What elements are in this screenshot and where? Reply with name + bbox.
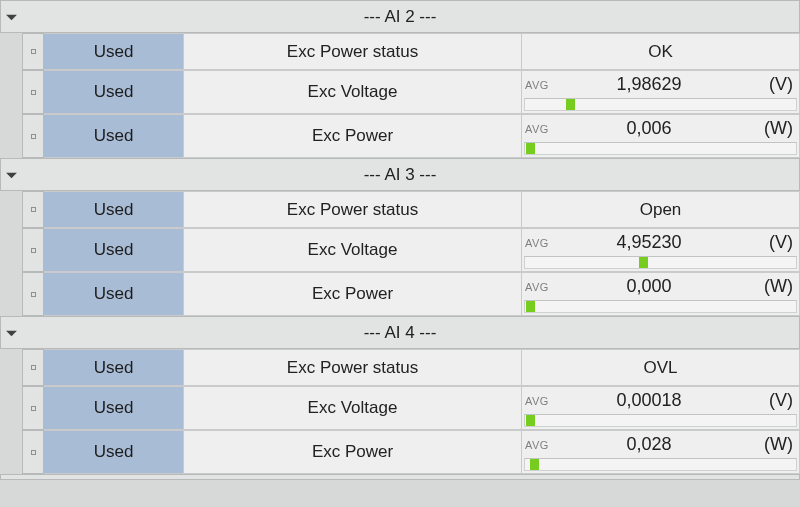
group-title: --- AI 2 --- xyxy=(1,7,799,27)
table-row: UsedExc Power statusOK xyxy=(22,33,800,70)
avg-badge: AVG xyxy=(525,237,549,249)
param-name: Exc Voltage xyxy=(308,82,398,102)
used-label: Used xyxy=(94,200,134,220)
param-name: Exc Power status xyxy=(287,358,418,378)
measure-value: 0,028 xyxy=(549,434,755,455)
value-cell: AVG1,98629(V) xyxy=(522,70,800,114)
param-name: Exc Power xyxy=(312,442,393,462)
table-row: UsedExc Power statusOVL xyxy=(22,349,800,386)
avg-badge: AVG xyxy=(525,123,549,135)
row-handle[interactable] xyxy=(22,33,44,70)
collapse-icon[interactable] xyxy=(5,168,18,181)
table-row: UsedExc PowerAVG0,028(W) xyxy=(22,430,800,474)
avg-badge: AVG xyxy=(525,79,549,91)
used-label: Used xyxy=(94,240,134,260)
group-header-partial xyxy=(0,474,800,480)
value-cell: AVG0,028(W) xyxy=(522,430,800,474)
value-top: AVG0,000(W) xyxy=(522,273,799,299)
row-handle[interactable] xyxy=(22,386,44,430)
param-name-cell: Exc Power status xyxy=(184,191,522,228)
square-icon xyxy=(31,248,36,253)
table-row: UsedExc PowerAVG0,000(W) xyxy=(22,272,800,316)
value-cell: AVG0,00018(V) xyxy=(522,386,800,430)
level-bar xyxy=(524,414,797,427)
param-name-cell: Exc Voltage xyxy=(184,228,522,272)
row-handle[interactable] xyxy=(22,272,44,316)
square-icon xyxy=(31,292,36,297)
row-handle[interactable] xyxy=(22,70,44,114)
value-cell: AVG4,95230(V) xyxy=(522,228,800,272)
param-name: Exc Voltage xyxy=(308,398,398,418)
level-bar xyxy=(524,98,797,111)
used-label: Used xyxy=(94,398,134,418)
value-top: AVG1,98629(V) xyxy=(522,71,799,97)
used-cell[interactable]: Used xyxy=(44,386,184,430)
param-name: Exc Power status xyxy=(287,200,418,220)
used-cell[interactable]: Used xyxy=(44,349,184,386)
measure-unit: (W) xyxy=(755,276,799,297)
table-row: UsedExc VoltageAVG0,00018(V) xyxy=(22,386,800,430)
used-cell[interactable]: Used xyxy=(44,191,184,228)
used-label: Used xyxy=(94,126,134,146)
used-cell[interactable]: Used xyxy=(44,33,184,70)
level-bar-fill xyxy=(526,415,535,426)
group-header[interactable]: --- AI 3 --- xyxy=(0,158,800,191)
row-handle[interactable] xyxy=(22,114,44,158)
avg-badge: AVG xyxy=(525,439,549,451)
measure-unit: (V) xyxy=(755,74,799,95)
square-icon xyxy=(31,134,36,139)
avg-badge: AVG xyxy=(525,395,549,407)
value-cell: Open xyxy=(522,191,800,228)
group-title: --- AI 3 --- xyxy=(1,165,799,185)
status-value: OK xyxy=(648,42,673,62)
collapse-icon[interactable] xyxy=(5,326,18,339)
measure-value: 0,00018 xyxy=(549,390,755,411)
value-cell: AVG0,000(W) xyxy=(522,272,800,316)
level-bar xyxy=(524,142,797,155)
used-cell[interactable]: Used xyxy=(44,272,184,316)
param-name: Exc Power xyxy=(312,126,393,146)
square-icon xyxy=(31,450,36,455)
used-cell[interactable]: Used xyxy=(44,70,184,114)
measure-unit: (V) xyxy=(755,390,799,411)
used-label: Used xyxy=(94,358,134,378)
table-row: UsedExc VoltageAVG4,95230(V) xyxy=(22,228,800,272)
measure-unit: (W) xyxy=(755,118,799,139)
measure-value: 0,006 xyxy=(549,118,755,139)
row-handle[interactable] xyxy=(22,430,44,474)
param-name-cell: Exc Voltage xyxy=(184,386,522,430)
level-bar xyxy=(524,458,797,471)
avg-badge: AVG xyxy=(525,281,549,293)
table-row: UsedExc PowerAVG0,006(W) xyxy=(22,114,800,158)
param-name-cell: Exc Power xyxy=(184,272,522,316)
measure-value: 4,95230 xyxy=(549,232,755,253)
measure-value: 0,000 xyxy=(549,276,755,297)
status-value: Open xyxy=(640,200,682,220)
square-icon xyxy=(31,49,36,54)
level-bar-fill xyxy=(530,459,539,470)
collapse-icon[interactable] xyxy=(5,10,18,23)
group-header[interactable]: --- AI 2 --- xyxy=(0,0,800,33)
group-title: --- AI 4 --- xyxy=(1,323,799,343)
used-cell[interactable]: Used xyxy=(44,114,184,158)
used-cell[interactable]: Used xyxy=(44,228,184,272)
value-cell: OK xyxy=(522,33,800,70)
measure-unit: (W) xyxy=(755,434,799,455)
used-cell[interactable]: Used xyxy=(44,430,184,474)
param-name: Exc Power status xyxy=(287,42,418,62)
row-handle[interactable] xyxy=(22,191,44,228)
level-bar xyxy=(524,256,797,269)
param-name-cell: Exc Power status xyxy=(184,33,522,70)
param-name: Exc Voltage xyxy=(308,240,398,260)
table-row: UsedExc Power statusOpen xyxy=(22,191,800,228)
square-icon xyxy=(31,406,36,411)
param-name-cell: Exc Power xyxy=(184,430,522,474)
param-name-cell: Exc Power status xyxy=(184,349,522,386)
value-cell: OVL xyxy=(522,349,800,386)
value-top: AVG0,028(W) xyxy=(522,431,799,457)
row-handle[interactable] xyxy=(22,349,44,386)
param-name-cell: Exc Power xyxy=(184,114,522,158)
group-header[interactable]: --- AI 4 --- xyxy=(0,316,800,349)
level-bar-fill xyxy=(526,143,535,154)
row-handle[interactable] xyxy=(22,228,44,272)
